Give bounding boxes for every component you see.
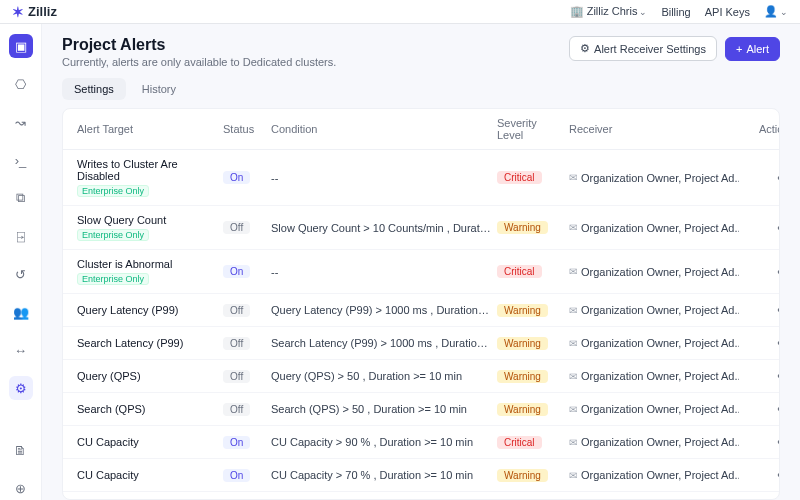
table-row: CU CapacityOnCU Capacity > 70 % , Durati…: [63, 459, 779, 492]
receiver-cell: ✉Organization Owner, Project Ad...: [569, 370, 739, 382]
add-alert-button[interactable]: +Alert: [725, 37, 780, 61]
receiver-cell: ✉Organization Owner, Project Ad...: [569, 337, 739, 349]
status-chip[interactable]: Off: [223, 304, 250, 317]
alert-target: Search Latency (P99): [77, 337, 217, 349]
sidebar-item-copy[interactable]: ⧉: [9, 186, 33, 210]
condition-text: Search (QPS) > 50 , Duration >= 10 min: [271, 403, 491, 415]
table-row: Cluster is AbnormalEnterprise OnlyOn--Cr…: [63, 250, 779, 294]
mail-icon: ✉: [569, 172, 577, 183]
org-switcher[interactable]: 🏢 Zilliz Chris⌄: [570, 5, 648, 18]
condition-text: --: [271, 172, 491, 184]
sidebar-item-clusters[interactable]: ⎔: [9, 72, 33, 96]
logo-icon: ✶: [12, 4, 24, 20]
mail-icon: ✉: [569, 338, 577, 349]
sidebar-item-history[interactable]: ↺: [9, 262, 33, 286]
severity-badge: Critical: [497, 265, 542, 278]
severity-badge: Critical: [497, 436, 542, 449]
receiver-cell: ✉Organization Owner, Project Ad...: [569, 304, 739, 316]
tabs: Settings History: [62, 78, 780, 100]
alert-target: Query Latency (P99): [77, 304, 217, 316]
sidebar-item-alerts[interactable]: ⚙: [9, 376, 33, 400]
status-chip[interactable]: Off: [223, 221, 250, 234]
plus-icon: +: [736, 43, 742, 55]
sidebar-item-globe[interactable]: ⊕: [9, 476, 33, 500]
alert-target: CU Capacity: [77, 436, 217, 448]
condition-text: CU Capacity > 90 % , Duration >= 10 min: [271, 436, 491, 448]
sidebar: ▣ ⎔ ↝ ›_ ⧉ ⍈ ↺ 👥 ↔ ⚙ 🗎 ⊕: [0, 24, 42, 500]
topbar-right: 🏢 Zilliz Chris⌄ Billing API Keys 👤⌄: [570, 5, 788, 18]
row-actions[interactable]: •••: [745, 467, 779, 483]
logo[interactable]: ✶ Zilliz: [12, 4, 57, 20]
row-actions[interactable]: •••: [745, 220, 779, 236]
receiver-cell: ✉Organization Owner, Project Ad...: [569, 222, 739, 234]
sidebar-item-pipelines[interactable]: ↝: [9, 110, 33, 134]
severity-badge: Warning: [497, 403, 548, 416]
alert-target: Query (QPS): [77, 370, 217, 382]
col-status: Status: [223, 123, 265, 135]
enterprise-badge: Enterprise Only: [77, 185, 149, 197]
row-actions[interactable]: •••: [745, 434, 779, 450]
table-row: Search (QPS)OffSearch (QPS) > 50 , Durat…: [63, 393, 779, 426]
status-chip[interactable]: On: [223, 265, 250, 278]
api-keys-link[interactable]: API Keys: [705, 6, 750, 18]
status-chip[interactable]: On: [223, 469, 250, 482]
receiver-cell: ✉Organization Owner, Project Ad...: [569, 403, 739, 415]
row-actions[interactable]: •••: [745, 401, 779, 417]
enterprise-badge: Enterprise Only: [77, 273, 149, 285]
table-row: Writes to Cluster Are DisabledEnterprise…: [63, 150, 779, 206]
receiver-cell: ✉Organization Owner, Project Ad...: [569, 266, 739, 278]
severity-badge: Warning: [497, 304, 548, 317]
condition-text: Slow Query Count > 10 Counts/min , Durat…: [271, 222, 491, 234]
tab-settings[interactable]: Settings: [62, 78, 126, 100]
row-actions[interactable]: •••: [745, 170, 779, 186]
col-target: Alert Target: [77, 123, 217, 135]
status-chip[interactable]: Off: [223, 370, 250, 383]
user-icon[interactable]: 👤⌄: [764, 5, 788, 18]
status-chip[interactable]: On: [223, 436, 250, 449]
severity-badge: Critical: [497, 171, 542, 184]
condition-text: --: [271, 266, 491, 278]
mail-icon: ✉: [569, 404, 577, 415]
sidebar-item-expand[interactable]: ↔: [9, 338, 33, 362]
row-actions[interactable]: •••: [745, 335, 779, 351]
alert-receiver-settings-button[interactable]: ⚙Alert Receiver Settings: [569, 36, 717, 61]
tab-history[interactable]: History: [130, 78, 188, 100]
sidebar-item-docs[interactable]: 🗎: [9, 438, 33, 462]
alert-target: Writes to Cluster Are Disabled: [77, 158, 217, 182]
sidebar-item-project[interactable]: ▣: [9, 34, 33, 58]
table-row: CU CapacityOnCU Capacity > 90 % , Durati…: [63, 426, 779, 459]
col-severity: Severity Level: [497, 117, 563, 141]
condition-text: CU Capacity > 70 % , Duration >= 10 min: [271, 469, 491, 481]
mail-icon: ✉: [569, 305, 577, 316]
table-row: Query Latency (P99)OffQuery Latency (P99…: [63, 294, 779, 327]
condition-text: Query Latency (P99) > 1000 ms , Duration…: [271, 304, 491, 316]
page-title: Project Alerts: [62, 36, 336, 54]
row-actions[interactable]: •••: [745, 264, 779, 280]
mail-icon: ✉: [569, 371, 577, 382]
alert-target: Slow Query Count: [77, 214, 217, 226]
alert-target: CU Capacity: [77, 469, 217, 481]
mail-icon: ✉: [569, 266, 577, 277]
status-chip[interactable]: Off: [223, 337, 250, 350]
mail-icon: ✉: [569, 437, 577, 448]
row-actions[interactable]: •••: [745, 368, 779, 384]
status-chip[interactable]: On: [223, 171, 250, 184]
row-actions[interactable]: •••: [745, 302, 779, 318]
enterprise-badge: Enterprise Only: [77, 229, 149, 241]
receiver-cell: ✉Organization Owner, Project Ad...: [569, 436, 739, 448]
table-row: Query (QPS)OffQuery (QPS) > 50 , Duratio…: [63, 360, 779, 393]
page-subtitle: Currently, alerts are only available to …: [62, 56, 336, 68]
status-chip[interactable]: Off: [223, 403, 250, 416]
billing-link[interactable]: Billing: [661, 6, 690, 18]
sidebar-item-import[interactable]: ⍈: [9, 224, 33, 248]
sidebar-item-terminal[interactable]: ›_: [9, 148, 33, 172]
sidebar-item-users[interactable]: 👥: [9, 300, 33, 324]
table-row: Search Latency (P99)OffSearch Latency (P…: [63, 327, 779, 360]
severity-badge: Warning: [497, 221, 548, 234]
alert-target: Search (QPS): [77, 403, 217, 415]
col-actions: Actions: [745, 123, 780, 135]
receiver-cell: ✉Organization Owner, Project Ad...: [569, 469, 739, 481]
mail-icon: ✉: [569, 470, 577, 481]
condition-text: Query (QPS) > 50 , Duration >= 10 min: [271, 370, 491, 382]
severity-badge: Warning: [497, 370, 548, 383]
